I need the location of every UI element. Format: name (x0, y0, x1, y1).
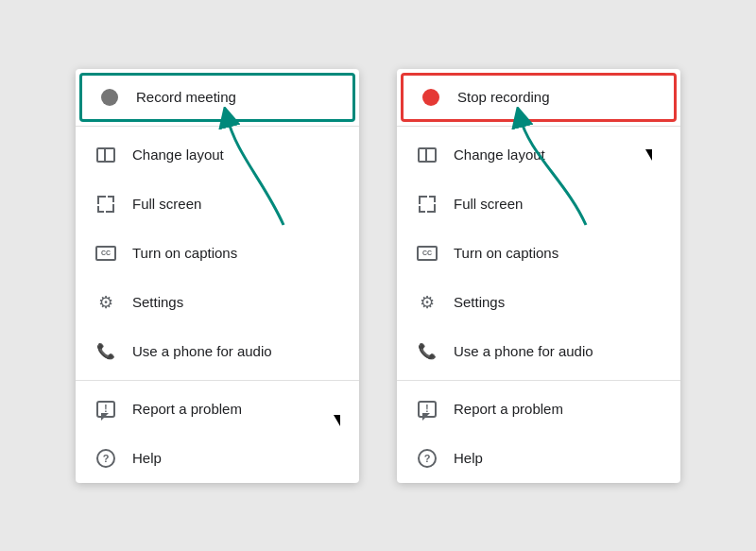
captions-item-left[interactable]: CC Turn on captions (76, 229, 359, 278)
right-menu: Stop recording Change layout Full screen… (397, 69, 680, 483)
settings-item-right[interactable]: ⚙ Settings (397, 278, 680, 327)
change-layout-icon-right (416, 144, 438, 166)
report-icon-left: ! (94, 398, 117, 421)
left-menu: Record meeting Change layout Full screen… (76, 69, 359, 483)
help-icon-right: ? (416, 447, 438, 470)
left-menu-wrapper: Record meeting Change layout Full screen… (76, 69, 359, 483)
change-layout-item-right[interactable]: Change layout (397, 130, 680, 180)
report-problem-item-right[interactable]: ! Report a problem (397, 385, 680, 434)
phone-icon-right: 📞 (416, 340, 438, 363)
full-screen-label-right: Full screen (454, 196, 523, 212)
change-layout-item[interactable]: Change layout (76, 130, 359, 180)
full-screen-label: Full screen (132, 196, 201, 212)
stop-recording-item[interactable]: Stop recording (401, 73, 677, 122)
full-screen-item[interactable]: Full screen (76, 180, 359, 229)
full-screen-item-right[interactable]: Full screen (397, 180, 680, 229)
settings-item-left[interactable]: ⚙ Settings (76, 278, 359, 327)
captions-icon-right: CC (416, 242, 438, 265)
help-icon-left: ? (94, 447, 117, 470)
divider-4 (397, 380, 680, 381)
stop-recording-icon (420, 86, 442, 109)
mouse-cursor-left (334, 415, 340, 426)
change-layout-icon (94, 144, 117, 166)
report-icon-right: ! (416, 398, 438, 421)
report-problem-label-left: Report a problem (132, 401, 242, 417)
phone-audio-item-right[interactable]: 📞 Use a phone for audio (397, 327, 680, 376)
settings-icon-right: ⚙ (416, 291, 438, 314)
divider-3 (397, 126, 680, 127)
fullscreen-icon-right (416, 193, 438, 215)
change-layout-label: Change layout (132, 146, 224, 163)
divider-2 (76, 380, 359, 381)
change-layout-label-right: Change layout (454, 146, 545, 163)
help-label-left: Help (132, 450, 162, 466)
record-meeting-item[interactable]: Record meeting (79, 73, 355, 122)
phone-icon-left: 📞 (94, 340, 117, 363)
mouse-cursor-right (645, 149, 652, 161)
settings-label-left: Settings (132, 294, 183, 310)
help-item-right[interactable]: ? Help (397, 434, 680, 483)
phone-audio-label-right: Use a phone for audio (454, 343, 593, 359)
right-menu-wrapper: Stop recording Change layout Full screen… (397, 69, 680, 483)
report-problem-label-right: Report a problem (454, 401, 563, 417)
fullscreen-icon (94, 193, 117, 215)
settings-label-right: Settings (454, 294, 505, 310)
captions-label-right: Turn on captions (454, 245, 558, 261)
settings-icon-left: ⚙ (94, 291, 117, 314)
captions-label-left: Turn on captions (132, 245, 237, 261)
report-problem-item-left[interactable]: ! Report a problem (76, 385, 359, 434)
captions-icon-left: CC (94, 242, 117, 265)
record-icon (98, 86, 121, 109)
captions-item-right[interactable]: CC Turn on captions (397, 229, 680, 278)
divider-1 (76, 126, 359, 127)
help-item-left[interactable]: ? Help (76, 434, 359, 483)
phone-audio-label-left: Use a phone for audio (132, 343, 272, 359)
record-meeting-label: Record meeting (136, 89, 236, 105)
phone-audio-item-left[interactable]: 📞 Use a phone for audio (76, 327, 359, 376)
stop-recording-label: Stop recording (457, 89, 550, 105)
help-label-right: Help (454, 450, 483, 466)
